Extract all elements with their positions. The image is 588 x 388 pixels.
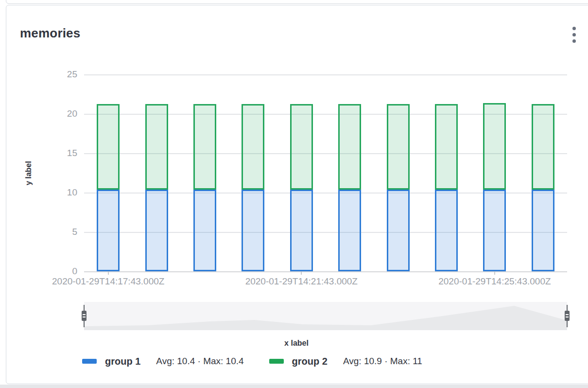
- x-tick: [494, 271, 495, 275]
- bar-segment-group-2[interactable]: [193, 104, 216, 190]
- legend-swatch-group-2-icon: [269, 359, 284, 364]
- x-axis-title: x label: [26, 339, 567, 348]
- x-tick: [108, 271, 109, 275]
- chart-panel: memories 05101520252020-01-29T14:17:43.0…: [6, 5, 588, 384]
- bar-segment-group-1[interactable]: [290, 190, 313, 271]
- bar-segment-group-1[interactable]: [97, 190, 120, 271]
- y-tick-label: 25: [4, 69, 77, 80]
- x-tick: [301, 271, 302, 275]
- bar-segment-group-2[interactable]: [435, 104, 458, 190]
- legend-item-group-1[interactable]: group 1 Avg: 10.4 · Max: 10.4: [82, 356, 269, 367]
- bar-segment-group-2[interactable]: [290, 104, 313, 190]
- plot-area: 05101520252020-01-29T14:17:43.000Z2020-0…: [84, 74, 567, 271]
- bar-segment-group-2[interactable]: [145, 104, 168, 190]
- bar-segment-group-2[interactable]: [242, 104, 264, 190]
- legend-item-group-2[interactable]: group 2 Avg: 10.9 · Max: 11: [269, 356, 448, 367]
- panel-title: memories: [20, 26, 80, 41]
- bar-segment-group-2[interactable]: [97, 104, 120, 190]
- y-tick-label: 5: [4, 227, 77, 237]
- navigator-silhouette: [84, 302, 567, 330]
- bar-segment-group-2[interactable]: [338, 104, 361, 190]
- bar-segment-group-2[interactable]: [532, 104, 554, 190]
- bar-segment-group-1[interactable]: [242, 190, 264, 271]
- legend-stats: Avg: 10.9 · Max: 11: [343, 356, 422, 367]
- bar-segment-group-1[interactable]: [483, 190, 506, 271]
- legend-label: group 2: [292, 356, 328, 367]
- handle-grip: [82, 311, 86, 321]
- bar-segment-group-1[interactable]: [338, 190, 361, 271]
- x-tick-label: 2020-01-29T14:17:43.000Z: [31, 276, 186, 287]
- legend: group 1 Avg: 10.4 · Max: 10.4 group 2 Av…: [82, 354, 448, 369]
- x-tick-label: 2020-01-29T14:25:43.000Z: [417, 276, 572, 287]
- bar-segment-group-1[interactable]: [193, 190, 216, 271]
- bar-segment-group-2[interactable]: [387, 104, 410, 190]
- bar-segment-group-1[interactable]: [387, 190, 410, 271]
- y-tick-label: 10: [4, 187, 77, 198]
- legend-label: group 1: [105, 356, 140, 367]
- x-tick-label: 2020-01-29T14:21:43.000Z: [224, 276, 379, 287]
- time-navigator[interactable]: [84, 302, 567, 330]
- bar-segment-group-1[interactable]: [532, 190, 554, 271]
- bar-segment-group-1[interactable]: [145, 190, 168, 271]
- legend-swatch-group-1-icon: [82, 359, 97, 364]
- panel-above-edge: [6, 0, 588, 4]
- kebab-menu-icon: [572, 39, 576, 43]
- kebab-menu-icon: [572, 27, 576, 30]
- page-bottom-edge: [0, 385, 588, 388]
- kebab-menu-icon: [572, 33, 576, 36]
- navigator-left-handle-icon[interactable]: [81, 305, 87, 327]
- legend-stats: Avg: 10.4 · Max: 10.4: [156, 356, 243, 367]
- y-axis-title: y label: [24, 149, 34, 197]
- panel-menu-button[interactable]: [565, 23, 583, 46]
- bar-segment-group-2[interactable]: [483, 103, 506, 190]
- y-tick-label: 20: [4, 108, 77, 119]
- navigator-right-handle-icon[interactable]: [564, 305, 571, 327]
- bar-segment-group-1[interactable]: [435, 190, 458, 271]
- gridline: [84, 74, 567, 75]
- y-tick-label: 0: [4, 266, 77, 277]
- y-tick-label: 15: [4, 148, 77, 159]
- handle-grip: [565, 311, 570, 321]
